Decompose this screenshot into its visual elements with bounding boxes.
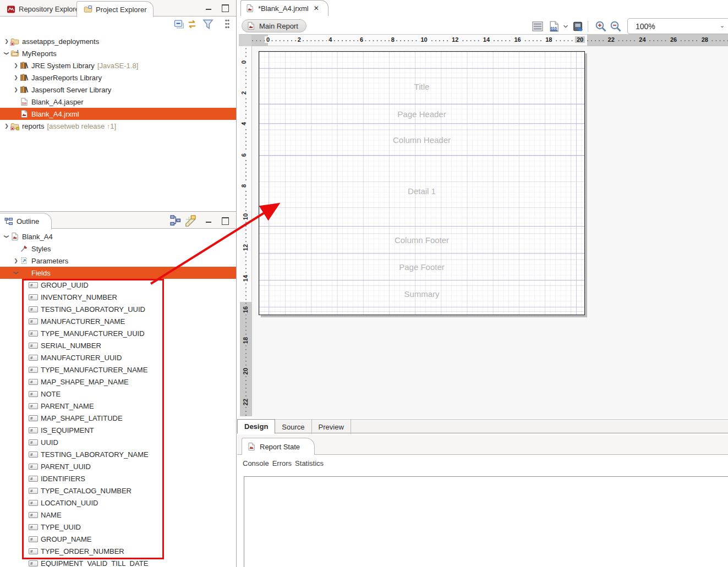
tree-item-reports[interactable]: ❯reports[assetweb release ↑1] bbox=[0, 120, 236, 132]
band-column-footer[interactable]: Column Footer bbox=[259, 226, 584, 253]
filter-icon[interactable] bbox=[202, 18, 214, 30]
tree-item-label: JRE System Library bbox=[31, 62, 95, 70]
field-item-serial_number[interactable]: #SERIAL_NUMBER bbox=[0, 339, 236, 351]
band-column-header[interactable]: Column Header bbox=[259, 123, 584, 155]
tree-item-decoration: [assetweb release ↑1] bbox=[47, 122, 116, 130]
field-item-is_equipment[interactable]: #IS_EQUIPMENT bbox=[0, 424, 236, 436]
view-menu-icon[interactable] bbox=[221, 18, 233, 30]
field-item-parent_name[interactable]: #PARENT_NAME bbox=[0, 400, 236, 412]
export-report-icon[interactable] bbox=[572, 21, 584, 32]
zoom-out-icon[interactable] bbox=[610, 21, 622, 32]
chevron-collapsed-icon[interactable]: ❯ bbox=[3, 123, 10, 129]
tree-item-jasperreports-library[interactable]: ❯JasperReports Library bbox=[0, 71, 236, 84]
ruler-h-label: 8 bbox=[390, 36, 396, 43]
main-report-breadcrumb[interactable]: Main Report bbox=[242, 19, 306, 32]
field-item-inventory_number[interactable]: #INVENTORY_NUMBER bbox=[0, 291, 236, 303]
tree-item-blank-a4-jrxml[interactable]: Blank_A4.jrxml bbox=[0, 108, 236, 120]
field-item-equipment_valid_till_date[interactable]: #EQUIPMENT_VALID_TILL_DATE bbox=[0, 557, 236, 567]
zoom-level-combobox[interactable]: 100% ⌄ bbox=[627, 18, 728, 34]
field-item-identifiers[interactable]: #IDENTIFIERS bbox=[0, 472, 236, 485]
band-title[interactable]: Title bbox=[259, 68, 584, 104]
styles-icon bbox=[20, 244, 29, 253]
field-item-parent_uuid[interactable]: #PARENT_UUID bbox=[0, 460, 236, 472]
close-icon[interactable]: ✕ bbox=[313, 4, 320, 12]
field-icon: # bbox=[29, 548, 38, 554]
outline-item-fields[interactable]: ❯Fields bbox=[0, 267, 236, 279]
chevron-collapsed-icon[interactable]: ❯ bbox=[12, 87, 20, 92]
field-item-uuid[interactable]: #UUID bbox=[0, 436, 236, 448]
band-page-footer[interactable]: Page Footer bbox=[259, 253, 584, 280]
zoom-level-value: 100% bbox=[636, 22, 655, 31]
chevron-expanded-icon[interactable]: ❯ bbox=[13, 269, 19, 277]
field-label: IDENTIFIERS bbox=[41, 475, 85, 483]
field-icon: # bbox=[29, 488, 38, 494]
outline-item-blank-a4[interactable]: ❯Blank_A4 bbox=[0, 230, 236, 243]
tree-item-jre-system-library[interactable]: ❯JRE System Library[JavaSE-1.8] bbox=[0, 59, 236, 71]
zoom-in-icon[interactable] bbox=[595, 21, 607, 32]
errors-link[interactable]: Errors bbox=[272, 459, 292, 467]
field-item-testing_laboratory_uuid[interactable]: #TESTING_LABORATORY_UUID bbox=[0, 303, 236, 315]
ruler-v-label: 8 bbox=[240, 183, 247, 189]
minimize-icon[interactable] bbox=[205, 217, 214, 224]
editor-tab[interactable]: *Blank_A4.jrxml ✕ bbox=[240, 0, 329, 16]
field-item-type_order_number[interactable]: #TYPE_ORDER_NUMBER bbox=[0, 545, 236, 557]
field-item-map_shape_map_name[interactable]: #MAP_SHAPE_MAP_NAME bbox=[0, 376, 236, 388]
field-item-group_name[interactable]: #GROUP_NAME bbox=[0, 533, 236, 545]
link-with-editor-icon[interactable] bbox=[187, 18, 199, 30]
fields-group-icon bbox=[20, 268, 29, 277]
tree-item-blank-a4-jasper[interactable]: 110Blank_A4.jasper bbox=[0, 96, 236, 108]
tree-item-myreports[interactable]: ❯JMyReports bbox=[0, 47, 236, 59]
field-item-note[interactable]: #NOTE bbox=[0, 388, 236, 400]
maximize-icon[interactable] bbox=[221, 4, 229, 12]
outline-item-styles[interactable]: Styles bbox=[0, 243, 236, 255]
field-item-testing_laboratory_name[interactable]: #TESTING_LABORATORY_NAME bbox=[0, 448, 236, 460]
tab-project-explorer[interactable]: Project Explorer bbox=[76, 1, 154, 17]
tree-item-label: JasperReports Library bbox=[31, 74, 102, 82]
tree-item-label: Fields bbox=[31, 269, 51, 277]
ruler-h-label: 24 bbox=[637, 36, 647, 43]
console-link[interactable]: Console bbox=[243, 459, 269, 467]
band-properties-icon[interactable] bbox=[532, 21, 544, 32]
maximize-icon[interactable] bbox=[221, 217, 229, 224]
statistics-link[interactable]: Statistics bbox=[295, 459, 324, 467]
field-item-type_catalog_number[interactable]: #TYPE_CATALOG_NUMBER bbox=[0, 485, 236, 497]
design-canvas[interactable]: TitlePage HeaderColumn HeaderDetail 1Col… bbox=[252, 46, 728, 418]
tree-item-assetapps-deployments[interactable]: ❯assetapps_deployments bbox=[0, 35, 236, 47]
field-item-name[interactable]: #NAME bbox=[0, 509, 236, 521]
field-item-map_shape_latitude[interactable]: #MAP_SHAPE_LATITUDE bbox=[0, 412, 236, 424]
field-item-location_uuid[interactable]: #LOCATION_UUID bbox=[0, 497, 236, 509]
chevron-expanded-icon[interactable]: ❯ bbox=[4, 49, 9, 57]
band-page-header[interactable]: Page Header bbox=[259, 104, 584, 123]
expand-tree-icon[interactable] bbox=[169, 214, 182, 227]
console-output[interactable] bbox=[244, 476, 728, 567]
band-detail-1[interactable]: Detail 1 bbox=[259, 155, 584, 226]
field-item-group_uuid[interactable]: #GROUP_UUID bbox=[0, 279, 236, 291]
tree-item-jaspersoft-server-library[interactable]: ❯Jaspersoft Server Library bbox=[0, 84, 236, 96]
chevron-collapsed-icon[interactable]: ❯ bbox=[12, 75, 20, 80]
tab-design[interactable]: Design bbox=[237, 419, 275, 434]
chevron-down-icon[interactable] bbox=[562, 21, 570, 32]
field-item-type_manufacturer_name[interactable]: #TYPE_MANUFACTURER_NAME bbox=[0, 364, 236, 376]
field-item-type_uuid[interactable]: #TYPE_UUID bbox=[0, 521, 236, 533]
minimize-icon[interactable] bbox=[205, 4, 214, 12]
collapse-all-icon[interactable] bbox=[173, 18, 185, 30]
tab-repository-explorer[interactable]: Repository Explorer bbox=[0, 2, 88, 16]
chevron-collapsed-icon[interactable]: ❯ bbox=[3, 38, 10, 44]
tab-source[interactable]: Source bbox=[275, 420, 311, 434]
field-item-type_manufacturer_uuid[interactable]: #TYPE_MANUFACTURER_UUID bbox=[0, 327, 236, 339]
band-summary[interactable]: Summary bbox=[259, 280, 584, 307]
tab-report-state[interactable]: Report State bbox=[242, 438, 315, 455]
tab-preview[interactable]: Preview bbox=[312, 420, 351, 434]
ruler-h-label: 2 bbox=[296, 36, 303, 43]
chevron-expanded-icon[interactable]: ❯ bbox=[4, 233, 9, 240]
field-item-manufacturer_uuid[interactable]: #MANUFACTURER_UUID bbox=[0, 351, 236, 364]
chevron-collapsed-icon[interactable]: ❯ bbox=[12, 63, 20, 68]
tab-outline[interactable]: Outline bbox=[0, 213, 52, 229]
outline-item-parameters[interactable]: ❯Parameters bbox=[0, 255, 236, 267]
compile-report-icon[interactable]: 010 bbox=[548, 21, 560, 32]
ruler-v-label: 0 bbox=[240, 59, 247, 65]
report-page[interactable]: TitlePage HeaderColumn HeaderDetail 1Col… bbox=[259, 51, 585, 315]
show-designer-icon[interactable] bbox=[184, 214, 196, 227]
field-item-manufacturer_name[interactable]: #MANUFACTURER_NAME bbox=[0, 315, 236, 327]
chevron-collapsed-icon[interactable]: ❯ bbox=[12, 258, 20, 263]
